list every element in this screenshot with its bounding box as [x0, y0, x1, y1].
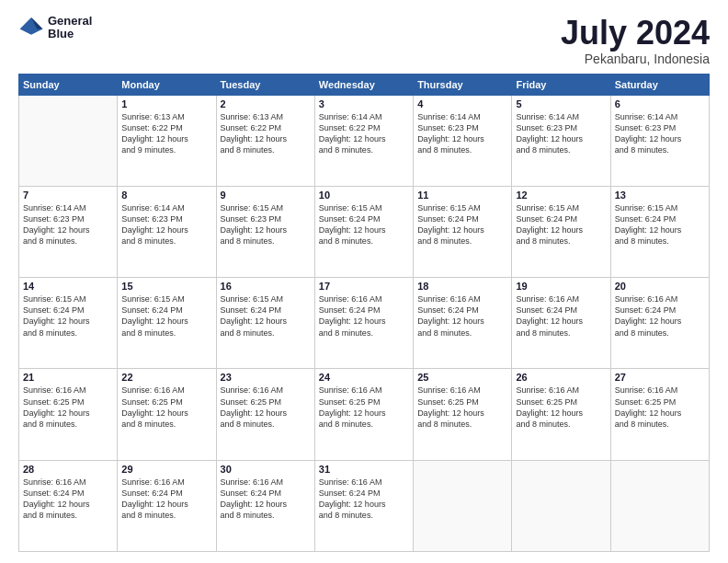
calendar-cell: 28Sunrise: 6:16 AMSunset: 6:24 PMDayligh…: [19, 460, 118, 551]
day-info: Sunrise: 6:16 AMSunset: 6:24 PMDaylight:…: [615, 293, 705, 339]
calendar-week-3: 14Sunrise: 6:15 AMSunset: 6:24 PMDayligh…: [19, 278, 710, 369]
day-info: Sunrise: 6:13 AMSunset: 6:22 PMDaylight:…: [221, 111, 311, 156]
calendar-cell: 12Sunrise: 6:15 AMSunset: 6:24 PMDayligh…: [512, 186, 610, 277]
calendar-cell: 11Sunrise: 6:15 AMSunset: 6:24 PMDayligh…: [414, 186, 512, 277]
day-info: Sunrise: 6:15 AMSunset: 6:24 PMDaylight:…: [417, 202, 507, 247]
calendar-cell: 5Sunrise: 6:14 AMSunset: 6:23 PMDaylight…: [512, 95, 610, 186]
calendar-cell: 24Sunrise: 6:16 AMSunset: 6:25 PMDayligh…: [314, 369, 413, 460]
calendar-cell: 7Sunrise: 6:14 AMSunset: 6:23 PMDaylight…: [19, 186, 118, 277]
day-info: Sunrise: 6:14 AMSunset: 6:22 PMDaylight:…: [319, 111, 409, 156]
calendar-cell: 29Sunrise: 6:16 AMSunset: 6:24 PMDayligh…: [118, 460, 216, 551]
day-number: 13: [615, 190, 705, 201]
day-number: 28: [23, 464, 113, 475]
day-info: Sunrise: 6:16 AMSunset: 6:25 PMDaylight:…: [319, 385, 409, 430]
calendar-cell: 16Sunrise: 6:15 AMSunset: 6:24 PMDayligh…: [216, 278, 314, 369]
logo: General Blue: [18, 15, 92, 41]
logo-line1: General: [48, 15, 92, 28]
main-title: July 2024: [561, 15, 710, 52]
day-number: 21: [23, 372, 113, 383]
calendar-cell: 17Sunrise: 6:16 AMSunset: 6:24 PMDayligh…: [314, 278, 413, 369]
calendar-cell: 19Sunrise: 6:16 AMSunset: 6:24 PMDayligh…: [512, 278, 610, 369]
day-info: Sunrise: 6:16 AMSunset: 6:25 PMDaylight:…: [23, 385, 113, 430]
calendar-cell: 18Sunrise: 6:16 AMSunset: 6:24 PMDayligh…: [414, 278, 512, 369]
day-info: Sunrise: 6:14 AMSunset: 6:23 PMDaylight:…: [23, 202, 113, 247]
calendar-cell: 6Sunrise: 6:14 AMSunset: 6:23 PMDaylight…: [610, 95, 709, 186]
page: General Blue July 2024 Pekanbaru, Indone…: [0, 0, 728, 563]
calendar-week-5: 28Sunrise: 6:16 AMSunset: 6:24 PMDayligh…: [19, 460, 710, 551]
calendar-cell: [610, 460, 709, 551]
day-info: Sunrise: 6:14 AMSunset: 6:23 PMDaylight:…: [516, 111, 606, 156]
day-number: 18: [417, 281, 507, 292]
day-number: 30: [221, 464, 311, 475]
calendar-cell: 30Sunrise: 6:16 AMSunset: 6:24 PMDayligh…: [216, 460, 314, 551]
day-info: Sunrise: 6:15 AMSunset: 6:24 PMDaylight:…: [516, 202, 606, 247]
calendar-header-saturday: Saturday: [610, 74, 709, 95]
calendar-cell: [512, 460, 610, 551]
calendar-cell: [19, 95, 118, 186]
calendar-cell: 9Sunrise: 6:15 AMSunset: 6:23 PMDaylight…: [216, 186, 314, 277]
day-info: Sunrise: 6:15 AMSunset: 6:24 PMDaylight:…: [23, 293, 113, 339]
calendar-header-monday: Monday: [118, 74, 216, 95]
day-number: 23: [221, 372, 311, 383]
calendar-cell: 26Sunrise: 6:16 AMSunset: 6:25 PMDayligh…: [512, 369, 610, 460]
calendar-cell: [414, 460, 512, 551]
day-info: Sunrise: 6:16 AMSunset: 6:24 PMDaylight:…: [23, 477, 113, 522]
calendar-cell: 14Sunrise: 6:15 AMSunset: 6:24 PMDayligh…: [19, 278, 118, 369]
calendar-header-row: SundayMondayTuesdayWednesdayThursdayFrid…: [19, 74, 710, 95]
day-number: 8: [121, 190, 211, 201]
day-info: Sunrise: 6:15 AMSunset: 6:24 PMDaylight:…: [221, 293, 311, 339]
calendar-cell: 25Sunrise: 6:16 AMSunset: 6:25 PMDayligh…: [414, 369, 512, 460]
day-number: 17: [319, 281, 409, 292]
day-number: 9: [221, 190, 311, 201]
calendar-cell: 4Sunrise: 6:14 AMSunset: 6:23 PMDaylight…: [414, 95, 512, 186]
day-number: 26: [516, 372, 606, 383]
day-number: 5: [516, 98, 606, 109]
day-number: 29: [121, 464, 211, 475]
calendar-cell: 3Sunrise: 6:14 AMSunset: 6:22 PMDaylight…: [314, 95, 413, 186]
title-block: July 2024 Pekanbaru, Indonesia: [561, 15, 710, 66]
day-info: Sunrise: 6:16 AMSunset: 6:24 PMDaylight:…: [319, 293, 409, 339]
header: General Blue July 2024 Pekanbaru, Indone…: [18, 15, 710, 66]
day-number: 19: [516, 281, 606, 292]
calendar-week-1: 1Sunrise: 6:13 AMSunset: 6:22 PMDaylight…: [19, 95, 710, 186]
day-number: 4: [417, 98, 507, 109]
day-info: Sunrise: 6:16 AMSunset: 6:25 PMDaylight:…: [417, 385, 507, 430]
day-info: Sunrise: 6:14 AMSunset: 6:23 PMDaylight:…: [121, 202, 211, 247]
day-info: Sunrise: 6:15 AMSunset: 6:23 PMDaylight:…: [221, 202, 311, 247]
day-info: Sunrise: 6:13 AMSunset: 6:22 PMDaylight:…: [121, 111, 211, 156]
day-info: Sunrise: 6:16 AMSunset: 6:24 PMDaylight:…: [221, 477, 311, 522]
day-number: 27: [615, 372, 705, 383]
day-number: 31: [319, 464, 409, 475]
calendar-cell: 22Sunrise: 6:16 AMSunset: 6:25 PMDayligh…: [118, 369, 216, 460]
calendar-header-wednesday: Wednesday: [314, 74, 413, 95]
calendar-cell: 15Sunrise: 6:15 AMSunset: 6:24 PMDayligh…: [118, 278, 216, 369]
day-number: 12: [516, 190, 606, 201]
day-number: 2: [221, 98, 311, 109]
day-number: 6: [615, 98, 705, 109]
day-number: 11: [417, 190, 507, 201]
day-number: 25: [417, 372, 507, 383]
calendar-week-2: 7Sunrise: 6:14 AMSunset: 6:23 PMDaylight…: [19, 186, 710, 277]
day-info: Sunrise: 6:16 AMSunset: 6:25 PMDaylight:…: [516, 385, 606, 430]
day-info: Sunrise: 6:14 AMSunset: 6:23 PMDaylight:…: [417, 111, 507, 156]
day-info: Sunrise: 6:15 AMSunset: 6:24 PMDaylight:…: [319, 202, 409, 247]
logo-line2: Blue: [48, 28, 92, 40]
day-info: Sunrise: 6:16 AMSunset: 6:24 PMDaylight:…: [516, 293, 606, 339]
calendar-cell: 31Sunrise: 6:16 AMSunset: 6:24 PMDayligh…: [314, 460, 413, 551]
calendar-header-tuesday: Tuesday: [216, 74, 314, 95]
day-number: 20: [615, 281, 705, 292]
subtitle: Pekanbaru, Indonesia: [561, 52, 710, 66]
day-number: 7: [23, 190, 113, 201]
day-number: 10: [319, 190, 409, 201]
day-number: 1: [121, 98, 211, 109]
calendar-cell: 10Sunrise: 6:15 AMSunset: 6:24 PMDayligh…: [314, 186, 413, 277]
calendar-cell: 20Sunrise: 6:16 AMSunset: 6:24 PMDayligh…: [610, 278, 709, 369]
day-info: Sunrise: 6:16 AMSunset: 6:24 PMDaylight:…: [417, 293, 507, 339]
calendar-cell: 23Sunrise: 6:16 AMSunset: 6:25 PMDayligh…: [216, 369, 314, 460]
day-number: 15: [121, 281, 211, 292]
day-info: Sunrise: 6:16 AMSunset: 6:25 PMDaylight:…: [615, 385, 705, 430]
calendar-cell: 13Sunrise: 6:15 AMSunset: 6:24 PMDayligh…: [610, 186, 709, 277]
day-info: Sunrise: 6:16 AMSunset: 6:25 PMDaylight:…: [221, 385, 311, 430]
day-info: Sunrise: 6:16 AMSunset: 6:24 PMDaylight:…: [319, 477, 409, 522]
calendar-header-friday: Friday: [512, 74, 610, 95]
